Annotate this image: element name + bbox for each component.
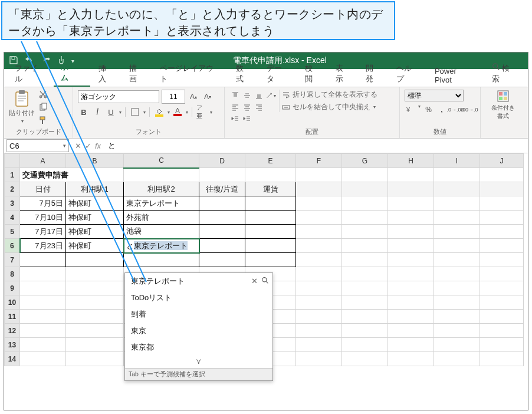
- row-header[interactable]: 8: [5, 267, 20, 281]
- active-cell[interactable]: と東京テレポート: [124, 239, 199, 253]
- row-header[interactable]: 2: [5, 182, 20, 196]
- cell[interactable]: 神保町: [66, 225, 124, 239]
- cell[interactable]: 運賃: [245, 182, 296, 196]
- row-header[interactable]: 13: [5, 338, 20, 352]
- percent-format-icon[interactable]: %: [423, 104, 434, 116]
- name-box[interactable]: C6 ▾: [6, 139, 69, 152]
- increase-font-icon[interactable]: A▴: [188, 91, 199, 103]
- cell[interactable]: 7月5日: [20, 196, 66, 211]
- tab-formulas[interactable]: 数式: [229, 60, 258, 87]
- row-header[interactable]: 1: [5, 168, 20, 182]
- row-header[interactable]: 10: [5, 295, 20, 310]
- cell[interactable]: [66, 253, 124, 267]
- cell[interactable]: [20, 253, 66, 267]
- cell[interactable]: [245, 239, 296, 253]
- cell[interactable]: [245, 225, 296, 239]
- tab-data[interactable]: データ: [260, 60, 297, 87]
- cell[interactable]: [199, 211, 245, 225]
- accounting-format-icon[interactable]: ¥: [405, 104, 415, 116]
- comma-format-icon[interactable]: ,: [436, 104, 447, 116]
- cancel-edit-icon[interactable]: ✕: [75, 142, 81, 150]
- cell[interactable]: [245, 253, 296, 267]
- tab-page-layout[interactable]: ページレイアウト: [153, 60, 228, 87]
- align-bottom-icon[interactable]: [253, 90, 265, 101]
- cell[interactable]: 池袋: [124, 225, 199, 239]
- cell[interactable]: 7月17日: [20, 225, 66, 239]
- row-header[interactable]: 7: [5, 253, 20, 267]
- col-header-J[interactable]: J: [480, 154, 524, 168]
- ime-close-icon[interactable]: ✕: [251, 277, 258, 286]
- format-painter-icon[interactable]: [38, 116, 48, 126]
- cut-icon[interactable]: [38, 90, 48, 100]
- increase-indent-icon[interactable]: [241, 113, 253, 125]
- ime-search-icon[interactable]: [261, 277, 269, 286]
- underline-button[interactable]: U: [105, 106, 117, 118]
- col-header-H[interactable]: H: [388, 154, 434, 168]
- ime-candidate[interactable]: 到着: [125, 306, 272, 323]
- cell[interactable]: [124, 168, 199, 182]
- row-header[interactable]: 5: [5, 225, 20, 239]
- tab-home[interactable]: ホーム: [54, 58, 91, 87]
- number-format-select[interactable]: 標準: [405, 90, 464, 101]
- row-header[interactable]: 11: [5, 310, 20, 324]
- cell[interactable]: 外苑前: [124, 211, 199, 225]
- italic-button[interactable]: I: [91, 106, 103, 118]
- paste-button[interactable]: 貼り付け ▾: [9, 90, 35, 124]
- formula-input[interactable]: と: [106, 140, 528, 151]
- fx-icon[interactable]: fx: [95, 142, 101, 150]
- cell[interactable]: 日付: [20, 182, 66, 196]
- cell[interactable]: 7月23日: [20, 239, 66, 253]
- cell[interactable]: 神保町: [66, 211, 124, 225]
- tab-help[interactable]: ヘルプ: [389, 60, 426, 87]
- col-header-B[interactable]: B: [66, 154, 124, 168]
- decrease-font-icon[interactable]: A▾: [202, 91, 214, 103]
- row-header[interactable]: 4: [5, 211, 20, 225]
- cell[interactable]: [199, 239, 245, 253]
- col-header-F[interactable]: F: [296, 154, 342, 168]
- row-header[interactable]: 3: [5, 196, 20, 211]
- row-header[interactable]: 14: [5, 352, 20, 366]
- tab-developer[interactable]: 開発: [359, 60, 388, 87]
- border-button[interactable]: [129, 106, 141, 118]
- cell[interactable]: 7月10日: [20, 211, 66, 225]
- decrease-indent-icon[interactable]: [229, 113, 241, 125]
- tab-review[interactable]: 校閲: [298, 60, 327, 87]
- col-header-E[interactable]: E: [245, 154, 296, 168]
- merge-center-button[interactable]: セルを結合して中央揃え ▾: [282, 102, 377, 112]
- decrease-decimal-icon[interactable]: .00→.0: [464, 104, 475, 116]
- row-header[interactable]: 6: [5, 239, 20, 253]
- font-size-select[interactable]: [162, 90, 185, 104]
- cell[interactable]: [124, 253, 199, 267]
- phonetic-button[interactable]: ア亜: [196, 106, 208, 118]
- cell[interactable]: [199, 225, 245, 239]
- ime-more-icon[interactable]: ⋎: [125, 356, 272, 368]
- align-middle-icon[interactable]: [241, 90, 253, 101]
- col-header-G[interactable]: G: [342, 154, 388, 168]
- col-header-C[interactable]: C: [124, 154, 199, 168]
- cell[interactable]: 利用駅1: [66, 182, 124, 196]
- cell[interactable]: [245, 211, 296, 225]
- tab-view[interactable]: 表示: [329, 60, 358, 87]
- worksheet-grid[interactable]: A B C D E F G H I J 1 交通費申請書 2 日付: [4, 153, 528, 410]
- cell[interactable]: [199, 253, 245, 267]
- cell[interactable]: 利用駅2: [124, 182, 199, 196]
- cell[interactable]: 東京テレポート: [124, 196, 199, 211]
- cell[interactable]: 交通費申請書: [20, 168, 124, 182]
- search-tab[interactable]: 検索: [485, 59, 524, 87]
- tab-insert[interactable]: 挿入: [91, 60, 121, 87]
- align-top-icon[interactable]: [229, 90, 241, 101]
- cell[interactable]: 往復/片道: [199, 182, 245, 196]
- tab-file[interactable]: ファイル: [8, 60, 52, 87]
- row-header[interactable]: 9: [5, 281, 20, 295]
- increase-decimal-icon[interactable]: .0→.00: [449, 104, 461, 116]
- align-right-icon[interactable]: [253, 101, 265, 113]
- col-header-D[interactable]: D: [199, 154, 245, 168]
- ime-candidate[interactable]: 東京: [125, 323, 272, 339]
- align-left-icon[interactable]: [229, 101, 241, 113]
- wrap-text-button[interactable]: 折り返して全体を表示する: [282, 90, 377, 100]
- col-header-I[interactable]: I: [434, 154, 480, 168]
- ime-candidate[interactable]: ToDoリスト: [125, 290, 272, 306]
- cell[interactable]: 神保町: [66, 239, 124, 253]
- font-color-button[interactable]: A: [172, 106, 183, 118]
- ime-candidate[interactable]: 東京都: [125, 339, 272, 356]
